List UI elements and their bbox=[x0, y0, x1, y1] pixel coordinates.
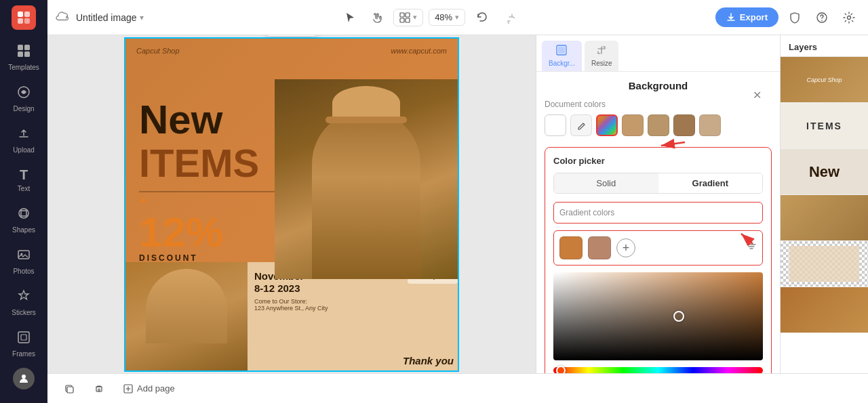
color-gradient-canvas[interactable] bbox=[553, 272, 763, 360]
svg-rect-2 bbox=[18, 18, 23, 24]
color-swatch-brown1[interactable] bbox=[648, 114, 669, 136]
user-avatar[interactable] bbox=[13, 368, 35, 389]
frames-icon bbox=[16, 330, 31, 348]
sidebar-item-label: Photos bbox=[13, 268, 34, 275]
svg-point-22 bbox=[848, 16, 851, 19]
help-button[interactable] bbox=[811, 7, 833, 28]
layer-item-4[interactable] bbox=[781, 195, 868, 241]
canvas-area[interactable]: ··· Capcut Shop www.capcut.com bbox=[47, 35, 536, 403]
star-deco: ✦ bbox=[139, 194, 148, 207]
background-tab-label: Backgr... bbox=[549, 60, 575, 67]
add-gradient-stop-button[interactable]: + bbox=[616, 238, 635, 257]
gradient-filter-btn[interactable] bbox=[746, 241, 757, 255]
canvas-toolbar: ··· bbox=[264, 35, 319, 36]
svg-rect-5 bbox=[24, 45, 30, 50]
doc-colors-label: Document colors bbox=[545, 100, 772, 109]
export-button[interactable]: Export bbox=[715, 7, 778, 27]
background-tab[interactable]: Backgr... bbox=[542, 41, 582, 71]
svg-rect-13 bbox=[18, 332, 29, 343]
layer-item-5[interactable] bbox=[781, 241, 868, 287]
topbar-center: ▾ 48% ▾ bbox=[149, 7, 710, 28]
background-tab-icon bbox=[556, 45, 567, 58]
sidebar-item-upload[interactable]: Upload bbox=[3, 121, 44, 159]
sidebar-item-photos[interactable]: Photos bbox=[3, 242, 44, 280]
settings-button[interactable] bbox=[838, 7, 860, 28]
svg-rect-7 bbox=[24, 51, 30, 57]
layout-button[interactable]: ▾ bbox=[393, 9, 423, 26]
solid-tab[interactable]: Solid bbox=[554, 173, 658, 193]
zoom-control[interactable]: 48% ▾ bbox=[429, 9, 465, 26]
svg-rect-0 bbox=[18, 12, 23, 17]
svg-rect-10 bbox=[21, 211, 26, 216]
file-cloud-icon bbox=[56, 9, 71, 25]
sidebar-item-frames[interactable]: Frames bbox=[3, 324, 44, 363]
close-button[interactable]: ✕ bbox=[749, 87, 765, 103]
redo-button[interactable] bbox=[498, 7, 519, 28]
solid-gradient-tabs: Solid Gradient bbox=[553, 173, 763, 194]
zoom-chevron: ▾ bbox=[455, 13, 459, 22]
color-edit-btn[interactable] bbox=[570, 114, 592, 136]
stickers-icon bbox=[16, 289, 31, 307]
gradient-stop-1[interactable] bbox=[559, 236, 583, 259]
color-swatch-brown3[interactable] bbox=[699, 114, 721, 136]
templates-icon bbox=[16, 43, 31, 62]
shapes-icon bbox=[16, 206, 31, 224]
model-image bbox=[275, 79, 458, 279]
delete-page-btn[interactable] bbox=[88, 381, 110, 397]
sidebar-item-design[interactable]: Design bbox=[3, 79, 44, 118]
background-panel-body: Background ✕ Document colors Color picke… bbox=[536, 72, 780, 373]
main-area: ··· Capcut Shop www.capcut.com bbox=[47, 35, 868, 403]
sidebar-item-label: Frames bbox=[12, 350, 35, 358]
layer-item-2[interactable]: ITEMS bbox=[781, 103, 868, 149]
svg-point-9 bbox=[19, 209, 28, 218]
undo-button[interactable] bbox=[471, 7, 492, 28]
resize-tab-label: Resize bbox=[591, 60, 612, 67]
topbar: Untitled image ▾ ▾ 48% ▾ Export bbox=[47, 0, 868, 35]
discount-section: 12% DISCOUNT bbox=[139, 211, 223, 263]
hue-slider[interactable] bbox=[553, 367, 763, 373]
sidebar-item-label: Text bbox=[18, 185, 30, 192]
gradient-stop-2[interactable] bbox=[588, 236, 611, 259]
document-title[interactable]: Untitled image ▾ bbox=[76, 12, 144, 23]
layer-item-3[interactable]: New bbox=[781, 149, 868, 195]
canvas-wrapper: ··· Capcut Shop www.capcut.com bbox=[124, 37, 459, 372]
layer-item-1[interactable]: Capcut Shop bbox=[781, 57, 868, 103]
person-image bbox=[125, 262, 248, 370]
poster-title-line2: ITEMS bbox=[139, 144, 259, 183]
sidebar-item-shapes[interactable]: Shapes bbox=[3, 200, 44, 239]
add-page-btn[interactable]: Add page bbox=[118, 381, 180, 396]
gradient-tab[interactable]: Gradient bbox=[658, 173, 763, 193]
pointer-tool-button[interactable] bbox=[339, 7, 361, 28]
hand-tool-button[interactable] bbox=[366, 7, 388, 28]
svg-rect-1 bbox=[24, 12, 30, 17]
svg-rect-17 bbox=[406, 13, 410, 17]
color-swatch-gradient[interactable] bbox=[596, 114, 618, 136]
layer-item-6[interactable] bbox=[781, 287, 868, 333]
upload-icon bbox=[16, 126, 31, 144]
svg-point-21 bbox=[821, 20, 823, 21]
sidebar-item-templates[interactable]: Templates bbox=[3, 38, 44, 77]
color-swatch-white[interactable] bbox=[545, 114, 566, 136]
hue-thumb bbox=[556, 366, 566, 373]
doc-colors-row bbox=[545, 114, 772, 136]
svg-rect-6 bbox=[18, 51, 23, 57]
topbar-right: Export bbox=[715, 7, 860, 28]
color-picker-section: Color picker Solid Gradient Gradient col… bbox=[545, 147, 772, 373]
app-logo[interactable] bbox=[12, 5, 36, 30]
color-swatch-brown2[interactable] bbox=[673, 114, 695, 136]
layers-header: Layers bbox=[781, 35, 868, 57]
color-cursor bbox=[673, 311, 684, 322]
duplicate-page-btn[interactable] bbox=[58, 381, 80, 397]
title-chevron: ▾ bbox=[140, 13, 144, 22]
sidebar-item-text[interactable]: T Text bbox=[3, 162, 44, 198]
resize-tab[interactable]: Resize bbox=[585, 41, 619, 71]
add-page-label: Add page bbox=[137, 383, 175, 394]
sidebar-item-label: Upload bbox=[13, 146, 35, 154]
sidebar-item-stickers[interactable]: Stickers bbox=[3, 283, 44, 322]
svg-rect-18 bbox=[400, 18, 404, 22]
svg-rect-4 bbox=[18, 45, 23, 50]
bottom-bar: Add page bbox=[47, 373, 868, 403]
shield-button[interactable] bbox=[784, 7, 806, 28]
color-swatch-tan[interactable] bbox=[622, 114, 644, 136]
gradient-swatches-row: + bbox=[553, 230, 763, 266]
